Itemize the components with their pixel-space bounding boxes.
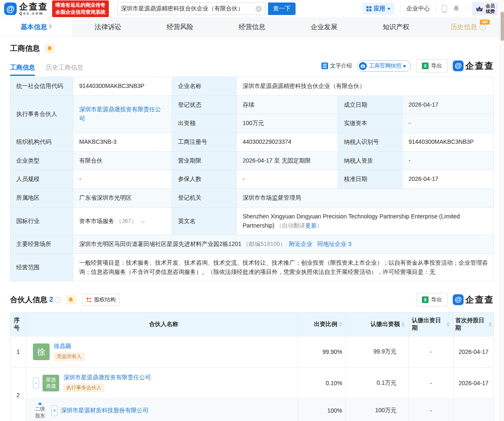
export-label: 导出 bbox=[431, 62, 442, 70]
capital-label: 出资额 bbox=[172, 114, 237, 133]
table-row: 国标行业 资本市场服务 （J67） 英文名 Shenzhen Xingyuan … bbox=[10, 207, 494, 235]
company-name-label: 企业名称 bbox=[172, 77, 237, 96]
col-header-ratio[interactable]: 出资比例 bbox=[298, 313, 346, 336]
enterprise-center-link[interactable]: 企业中心 bbox=[406, 5, 430, 13]
sort-icon[interactable] bbox=[489, 322, 492, 326]
qcc-watermark-icon: @ bbox=[453, 294, 464, 305]
info-icon: i bbox=[55, 297, 61, 303]
term-label: 营业期限 bbox=[172, 151, 237, 170]
snapshot-label: 工商官网快照 bbox=[369, 62, 401, 70]
col-header-amount[interactable]: 认缴出资额 bbox=[346, 313, 409, 336]
authority-value: 深圳市市场监督管理局 bbox=[237, 189, 494, 208]
same-address-companies-link[interactable]: 同地址企业 3 bbox=[317, 241, 351, 247]
official-snapshot-button[interactable]: 工商官网快照 ▶ bbox=[357, 60, 411, 72]
table-row: 企业类型 有限合伙 营业期限 2026-04-17 至 无固定期限 纳税人资质 … bbox=[10, 151, 494, 170]
exec-partner-label: 执行事务合伙人 bbox=[10, 95, 73, 133]
partner-row: 1 徐 徐晶颖 受益所有人 99.90% 99.9万元 - 2026-04-17 bbox=[10, 336, 494, 367]
vip-renew-button[interactable]: 会员 续费 bbox=[472, 2, 498, 15]
monitor-bell-button[interactable] bbox=[44, 44, 55, 53]
collapse-button[interactable]: - bbox=[33, 378, 39, 388]
export-button[interactable]: X 导出 bbox=[416, 293, 448, 306]
tab-history-info[interactable]: VIP 历史信息 i bbox=[432, 18, 504, 36]
tab-operation-risk[interactable]: 经营风险 bbox=[144, 18, 216, 36]
translate-update-link[interactable]: 更新 bbox=[305, 222, 317, 229]
col-header-first-date[interactable]: 首次持股日期 bbox=[454, 313, 494, 336]
subtab-history-business-info[interactable]: 历史工商信息 bbox=[46, 64, 83, 76]
main-nav: 基本信息 9 法律诉讼 经营风险 经营信息 企业发展 知识产权 VIP 历史信息… bbox=[0, 18, 504, 37]
region-value: 广东省深圳市光明区 bbox=[73, 189, 172, 208]
bell-icon bbox=[47, 45, 53, 52]
reg-status-value: 存续 bbox=[237, 95, 338, 114]
credit-code-value: 91440300MAKBC3NB3P bbox=[73, 77, 172, 96]
export-button[interactable]: X 导出 bbox=[416, 59, 448, 73]
search-area: ✕ 查一下 bbox=[117, 3, 296, 15]
paid-date-cell: - bbox=[409, 368, 454, 398]
region-label: 所属地区 bbox=[10, 189, 73, 208]
table-row: 经营范围 一般经营项目是：技术服务、技术开发、技术咨询、技术交流、技术转让、技术… bbox=[10, 253, 494, 281]
tab-legal-litigation[interactable]: 法律诉讼 bbox=[72, 18, 144, 36]
logo-domain: Qcc.com bbox=[19, 12, 48, 15]
partner-name-link[interactable]: 深圳市星源鼎晟投资有限责任公司 bbox=[63, 374, 151, 381]
tab-enterprise-development[interactable]: 企业发展 bbox=[288, 18, 360, 36]
taxpayer-qual-label: 纳税人资质 bbox=[338, 151, 403, 170]
approval-date-value: 2026-04-17 bbox=[403, 170, 494, 189]
partners-table: 序号 合伙人名称 出资比例 认缴出资额 认缴出资日期 首次持股日期 bbox=[10, 312, 494, 421]
scrollbar-thumb[interactable] bbox=[501, 12, 504, 41]
qcc-logo-text[interactable]: 企查查 Qcc.com bbox=[19, 2, 48, 15]
business-actions: 文字介绍 工商官网快照 ▶ X 导出 @ 企查查 bbox=[321, 59, 494, 76]
triangle-up-icon[interactable] bbox=[38, 402, 42, 405]
term-value: 2026-04-17 至 无固定期限 bbox=[237, 151, 338, 170]
exec-partner-link[interactable]: 深圳市星源鼎晟投资有限责任公司 bbox=[79, 106, 161, 122]
sort-icon[interactable] bbox=[446, 322, 450, 326]
nearby-companies-link[interactable]: 附近企业 bbox=[289, 241, 312, 247]
text-intro-button[interactable]: 文字介绍 bbox=[321, 62, 352, 70]
qcc-logo-icon[interactable]: @ bbox=[4, 3, 17, 15]
sort-icon[interactable] bbox=[401, 322, 405, 326]
tab-basic-info[interactable]: 基本信息 9 bbox=[0, 18, 72, 36]
col-header-paid-date[interactable]: 认缴出资日期 bbox=[409, 313, 454, 336]
bell-icon bbox=[68, 297, 74, 303]
search-box[interactable]: ✕ bbox=[117, 3, 266, 15]
search-clear-icon[interactable]: ✕ bbox=[256, 6, 262, 12]
page-scrollbar[interactable] bbox=[500, 0, 504, 421]
mobile-app-icon[interactable] bbox=[442, 5, 447, 13]
premises-value: 深圳市光明区马田街道薯田埔社区星源先进材料产业园2栋1201 （邮编518100… bbox=[73, 235, 494, 254]
expand-button[interactable]: + bbox=[51, 405, 58, 416]
industry-value[interactable]: 资本市场服务 （J67） bbox=[73, 207, 172, 235]
search-button[interactable]: 查一下 bbox=[268, 3, 296, 15]
amount-cell: 0.1万元 bbox=[346, 368, 409, 398]
table-row: 执行事务合伙人 深圳市星源鼎晟投资有限责任公司 登记状态 存续 成立日期 202… bbox=[10, 95, 494, 114]
play-icon: ▶ bbox=[404, 64, 406, 68]
subtab-business-info[interactable]: 工商信息 bbox=[10, 64, 35, 76]
chevron-down-icon[interactable] bbox=[141, 219, 145, 223]
excel-icon: X bbox=[422, 296, 429, 303]
text-intro-label: 文字介绍 bbox=[330, 62, 352, 70]
credit-code-label: 统一社会信用代码 bbox=[10, 77, 73, 96]
ratio-cell: 99.90% bbox=[298, 336, 346, 367]
table-row: 统一社会信用代码 91440300MAKBC3NB3P 企业名称 深圳市星源鼎源… bbox=[10, 77, 494, 96]
tab-label: 知识产权 bbox=[383, 23, 409, 32]
tab-label: 企业发展 bbox=[311, 23, 337, 32]
camera-icon bbox=[359, 62, 367, 70]
partner-name-link[interactable]: 徐晶颖 bbox=[54, 343, 71, 349]
section-title-business-info: 工商信息 bbox=[10, 43, 40, 53]
col-header-no: 序号 bbox=[10, 313, 26, 336]
col-label: 认缴出资日期 bbox=[412, 317, 445, 332]
shareholder-name-link[interactable]: 深圳市星源材质科技股份有限公司 bbox=[61, 407, 148, 414]
notification-bell-icon[interactable] bbox=[453, 5, 460, 13]
tab-intellectual-property[interactable]: 知识产权 bbox=[360, 18, 432, 36]
table-row: 组织机构代码 MAKBC3NB-3 工商注册号 440300229023374 … bbox=[10, 133, 494, 152]
equity-structure-button[interactable]: 股权结构 bbox=[82, 294, 120, 306]
row-no: 2 bbox=[10, 368, 26, 421]
reg-status-label: 登记状态 bbox=[172, 95, 237, 114]
search-input[interactable] bbox=[121, 5, 256, 12]
level-line2: 股东 bbox=[35, 413, 45, 419]
text-intro-icon bbox=[321, 63, 328, 69]
monitor-bell-button[interactable] bbox=[65, 295, 76, 304]
ratio-cell: 0.10% bbox=[298, 368, 346, 398]
tab-operation-info[interactable]: 经营信息 bbox=[216, 18, 288, 36]
apps-menu-button[interactable]: 应用 bbox=[363, 3, 394, 15]
shareholder-name-cell: 二级 股东 + 深圳市星源材质科技股份有限公司 bbox=[26, 399, 298, 421]
top-bar: @ 企查查 Qcc.com 缔造有远见的商业传奇 全国企业信用查询系统 ✕ 查一… bbox=[0, 0, 504, 18]
sort-icon[interactable] bbox=[339, 322, 342, 326]
